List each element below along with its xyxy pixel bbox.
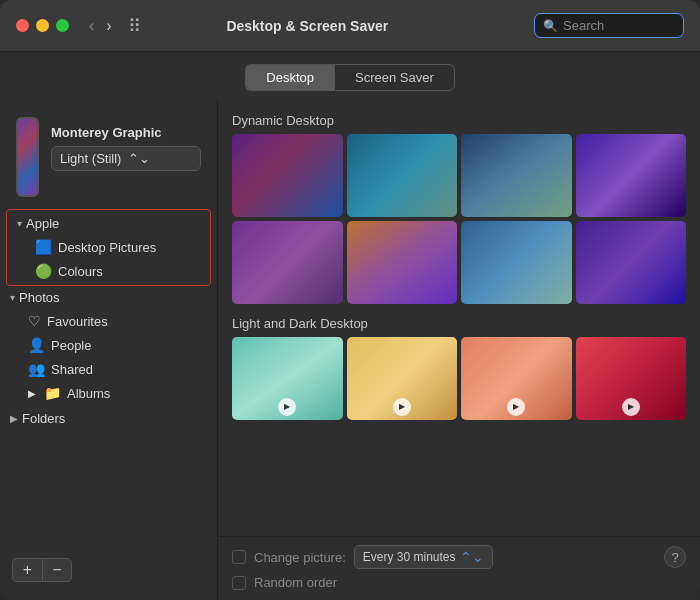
photos-group-label: Photos xyxy=(19,290,59,305)
play-icon: ▶ xyxy=(507,398,525,416)
window: ‹ › ⠿ Desktop & Screen Saver 🔍 Desktop S… xyxy=(0,0,700,600)
sidebar-item-label: Favourites xyxy=(47,314,108,329)
sidebar-item-colours[interactable]: 🟢 Colours xyxy=(7,259,210,283)
light-dark-label: Light and Dark Desktop xyxy=(232,316,686,331)
wallpaper-thumb[interactable]: ▶ xyxy=(461,337,572,420)
search-input[interactable] xyxy=(563,18,673,33)
folders-group-label: Folders xyxy=(22,411,65,426)
change-picture-checkbox[interactable] xyxy=(232,550,246,564)
wallpaper-thumb[interactable]: ▶ xyxy=(576,337,687,420)
close-button[interactable] xyxy=(16,19,29,32)
wallpaper-info: Monterey Graphic Light (Still) ⌃⌄ xyxy=(51,125,201,171)
interval-dropdown[interactable]: Every 30 minutes ⌃⌄ xyxy=(354,545,493,569)
style-dropdown[interactable]: Light (Still) ⌃⌄ xyxy=(51,146,201,171)
random-order-label: Random order xyxy=(254,575,337,590)
bottom-options: Change picture: Every 30 minutes ⌃⌄ ? Ra… xyxy=(218,536,700,600)
wallpaper-thumb[interactable] xyxy=(461,134,572,217)
sidebar: Monterey Graphic Light (Still) ⌃⌄ ▾ Appl… xyxy=(0,99,218,600)
sidebar-item-desktop-pictures[interactable]: 🟦 Desktop Pictures xyxy=(7,235,210,259)
change-picture-row: Change picture: Every 30 minutes ⌃⌄ ? xyxy=(232,545,686,569)
sidebar-controls: + − xyxy=(0,550,217,590)
dynamic-desktop-section: Dynamic Desktop xyxy=(232,113,686,304)
wallpaper-thumb[interactable]: ▶ xyxy=(232,337,343,420)
style-dropdown-value: Light (Still) xyxy=(60,151,124,166)
sidebar-item-albums[interactable]: ▶ 📁 Albums xyxy=(0,381,217,405)
add-button[interactable]: + xyxy=(12,558,42,582)
sidebar-item-label: People xyxy=(51,338,91,353)
main-content: Dynamic Desktop Light and Dark Deskt xyxy=(218,99,700,536)
help-icon[interactable]: ? xyxy=(664,546,686,568)
change-picture-label: Change picture: xyxy=(254,550,346,565)
folder-icon: 🟦 xyxy=(35,239,52,255)
wallpaper-thumb[interactable] xyxy=(576,134,687,217)
titlebar: ‹ › ⠿ Desktop & Screen Saver 🔍 xyxy=(0,0,700,52)
random-order-row: Random order xyxy=(232,575,686,590)
tab-screen-saver[interactable]: Screen Saver xyxy=(334,64,455,91)
remove-button[interactable]: − xyxy=(42,558,72,582)
preview-thumbnail xyxy=(16,117,39,197)
wallpaper-thumb[interactable] xyxy=(347,134,458,217)
apple-group-header[interactable]: ▾ Apple xyxy=(7,212,210,235)
wallpaper-thumb[interactable] xyxy=(232,221,343,304)
right-panel: Dynamic Desktop Light and Dark Deskt xyxy=(218,99,700,600)
folders-group-header[interactable]: ▶ Folders xyxy=(0,407,217,430)
photos-section: ▾ Photos ♡ Favourites 👤 People 👥 Shared … xyxy=(0,286,217,405)
wallpaper-thumb[interactable] xyxy=(347,221,458,304)
random-order-checkbox[interactable] xyxy=(232,576,246,590)
sidebar-item-label: Shared xyxy=(51,362,93,377)
window-title: Desktop & Screen Saver xyxy=(89,18,526,34)
dynamic-desktop-grid xyxy=(232,134,686,304)
chevron-down-icon: ▾ xyxy=(10,292,15,303)
traffic-lights xyxy=(16,19,69,32)
content: Monterey Graphic Light (Still) ⌃⌄ ▾ Appl… xyxy=(0,99,700,600)
wallpaper-thumb[interactable] xyxy=(576,221,687,304)
person-icon: 👤 xyxy=(28,337,45,353)
sidebar-item-label: Colours xyxy=(58,264,103,279)
light-dark-grid: ▶ ▶ ▶ xyxy=(232,337,686,420)
help-btn[interactable]: ? xyxy=(664,546,686,568)
add-remove-controls: + − xyxy=(12,558,205,582)
sidebar-item-label: Desktop Pictures xyxy=(58,240,156,255)
dropdown-arrow-icon: ⌃⌄ xyxy=(128,151,192,166)
circle-icon: 🟢 xyxy=(35,263,52,279)
dynamic-desktop-label: Dynamic Desktop xyxy=(232,113,686,128)
heart-icon: ♡ xyxy=(28,313,41,329)
sidebar-item-shared[interactable]: 👥 Shared xyxy=(0,357,217,381)
wallpaper-thumb[interactable] xyxy=(461,221,572,304)
search-box[interactable]: 🔍 xyxy=(534,13,684,38)
folders-section: ▶ Folders xyxy=(0,407,217,430)
light-dark-section: Light and Dark Desktop ▶ ▶ xyxy=(232,316,686,420)
interval-dropdown-value: Every 30 minutes xyxy=(363,550,456,564)
maximize-button[interactable] xyxy=(56,19,69,32)
play-icon: ▶ xyxy=(393,398,411,416)
minimize-button[interactable] xyxy=(36,19,49,32)
sidebar-item-label: Albums xyxy=(67,386,110,401)
photos-group-header[interactable]: ▾ Photos xyxy=(0,286,217,309)
shared-icon: 👥 xyxy=(28,361,45,377)
sidebar-item-people[interactable]: 👤 People xyxy=(0,333,217,357)
wallpaper-thumb[interactable]: ▶ xyxy=(347,337,458,420)
play-icon: ▶ xyxy=(278,398,296,416)
chevron-down-icon: ▾ xyxy=(17,218,22,229)
wallpaper-name: Monterey Graphic xyxy=(51,125,201,140)
chevron-right-icon: ▶ xyxy=(10,413,18,424)
folder-icon: 📁 xyxy=(44,385,61,401)
play-icon: ▶ xyxy=(622,398,640,416)
search-icon: 🔍 xyxy=(543,19,558,33)
tab-desktop[interactable]: Desktop xyxy=(245,64,334,91)
sidebar-item-favourites[interactable]: ♡ Favourites xyxy=(0,309,217,333)
preview-area: Monterey Graphic Light (Still) ⌃⌄ xyxy=(0,109,217,209)
tabs-bar: Desktop Screen Saver xyxy=(0,52,700,99)
wallpaper-thumb[interactable] xyxy=(232,134,343,217)
dropdown-arrow-icon: ⌃⌄ xyxy=(460,549,484,565)
apple-group-label: Apple xyxy=(26,216,59,231)
chevron-right-icon: ▶ xyxy=(28,388,36,399)
apple-section: ▾ Apple 🟦 Desktop Pictures 🟢 Colours xyxy=(6,209,211,286)
